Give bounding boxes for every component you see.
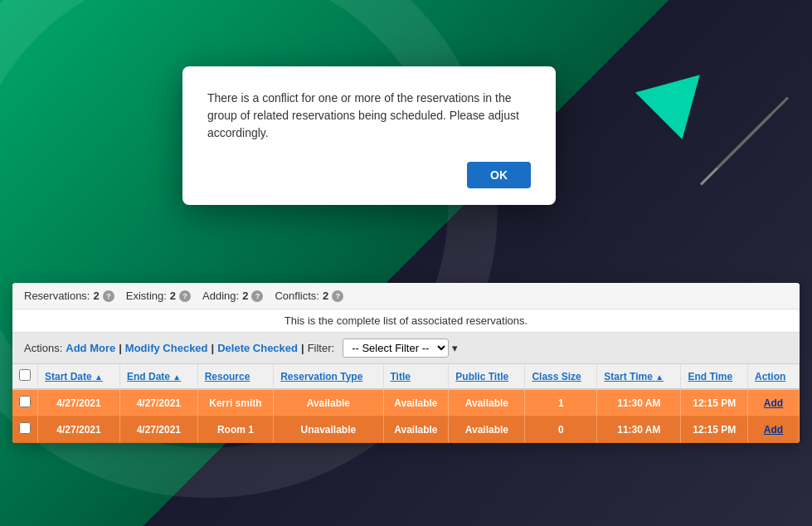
existing-label: Existing: bbox=[126, 290, 167, 302]
row-title: Available bbox=[383, 389, 449, 416]
row-start-time: 11:30 AM bbox=[597, 416, 681, 443]
start-time-sort-icon: ▲ bbox=[655, 373, 664, 382]
col-start-date[interactable]: Start Date ▲ bbox=[38, 364, 120, 389]
reservations-table: Start Date ▲ End Date ▲ Resource Reserva… bbox=[12, 364, 800, 443]
separator-1: | bbox=[119, 342, 122, 354]
row-class-size: 1 bbox=[525, 389, 597, 416]
col-checkbox bbox=[12, 364, 38, 389]
row-action-link[interactable]: Add bbox=[748, 416, 800, 443]
row-end-date: 4/27/2021 bbox=[120, 389, 198, 416]
row-title: Available bbox=[383, 416, 449, 443]
row-action-link[interactable]: Add bbox=[748, 389, 800, 416]
alert-message: There is a conflict for one or more of t… bbox=[207, 90, 531, 142]
main-panel: Reservations: 2 ? Existing: 2 ? Adding: … bbox=[12, 283, 800, 443]
filter-label: Filter: bbox=[308, 342, 335, 354]
reservations-label: Reservations: bbox=[24, 290, 90, 302]
select-all-checkbox[interactable] bbox=[19, 369, 31, 381]
row-resource: Room 1 bbox=[197, 416, 274, 443]
row-end-time: 12:15 PM bbox=[681, 389, 748, 416]
alert-dialog: There is a conflict for one or more of t… bbox=[182, 66, 556, 205]
conflicts-help-icon[interactable]: ? bbox=[332, 290, 343, 302]
row-start-date: 4/27/2021 bbox=[38, 389, 120, 416]
reservations-value: 2 bbox=[93, 290, 99, 302]
table-header-row: Start Date ▲ End Date ▲ Resource Reserva… bbox=[12, 364, 800, 389]
conflicts-label: Conflicts: bbox=[275, 290, 318, 302]
col-action[interactable]: Action bbox=[748, 364, 800, 389]
col-end-time[interactable]: End Time bbox=[681, 364, 748, 389]
alert-footer: OK bbox=[207, 162, 531, 188]
existing-help-icon[interactable]: ? bbox=[179, 290, 191, 302]
end-date-sort-icon: ▲ bbox=[173, 373, 181, 382]
actions-bar: Actions: Add More | Modify Checked | Del… bbox=[12, 333, 800, 364]
row-resource: Kerri smith bbox=[197, 389, 274, 416]
row-checkbox-0[interactable] bbox=[19, 396, 31, 407]
bg-arrow-gray2 bbox=[717, 97, 789, 169]
modify-checked-link[interactable]: Modify Checked bbox=[125, 342, 208, 354]
row-checkbox-cell[interactable] bbox=[12, 416, 38, 443]
row-end-time: 12:15 PM bbox=[681, 416, 748, 443]
adding-value: 2 bbox=[242, 290, 248, 302]
conflicts-stat: Conflicts: 2 ? bbox=[275, 290, 343, 302]
row-public-title: Available bbox=[449, 416, 525, 443]
separator-2: | bbox=[212, 342, 215, 354]
complete-list-message: This is the complete list of associated … bbox=[12, 309, 800, 333]
ok-button[interactable]: OK bbox=[467, 162, 531, 188]
row-public-title: Available bbox=[449, 389, 525, 416]
col-reservation-type[interactable]: Reservation Type bbox=[274, 364, 383, 389]
bg-arrow-teal bbox=[635, 51, 723, 139]
adding-label: Adding: bbox=[202, 290, 239, 302]
col-start-time[interactable]: Start Time ▲ bbox=[597, 364, 681, 389]
col-resource[interactable]: Resource bbox=[197, 364, 274, 389]
row-checkbox-1[interactable] bbox=[19, 422, 31, 434]
reservations-stat: Reservations: 2 ? bbox=[24, 290, 114, 302]
filter-select[interactable]: -- Select Filter -- bbox=[343, 338, 449, 358]
row-reservation-type: Available bbox=[274, 389, 383, 416]
existing-value: 2 bbox=[170, 290, 176, 302]
row-end-date: 4/27/2021 bbox=[120, 416, 198, 443]
adding-help-icon[interactable]: ? bbox=[251, 290, 263, 302]
row-start-date: 4/27/2021 bbox=[38, 416, 120, 443]
col-end-date[interactable]: End Date ▲ bbox=[120, 364, 198, 389]
col-public-title[interactable]: Public Title bbox=[449, 364, 525, 389]
actions-label: Actions: bbox=[24, 342, 62, 354]
table-row: 4/27/2021 4/27/2021 Kerri smith Availabl… bbox=[12, 389, 800, 416]
row-start-time: 11:30 AM bbox=[597, 389, 681, 416]
dropdown-icon: ▾ bbox=[452, 342, 458, 354]
stats-bar: Reservations: 2 ? Existing: 2 ? Adding: … bbox=[12, 283, 800, 309]
col-title[interactable]: Title bbox=[383, 364, 449, 389]
existing-stat: Existing: 2 ? bbox=[126, 290, 191, 302]
adding-stat: Adding: 2 ? bbox=[202, 290, 263, 302]
row-class-size: 0 bbox=[525, 416, 597, 443]
conflicts-value: 2 bbox=[323, 290, 328, 302]
delete-checked-link[interactable]: Delete Checked bbox=[217, 342, 298, 354]
row-reservation-type: Unavailable bbox=[274, 416, 383, 443]
table-row: 4/27/2021 4/27/2021 Room 1 Unavailable A… bbox=[12, 416, 800, 443]
reservations-help-icon[interactable]: ? bbox=[103, 290, 114, 302]
separator-3: | bbox=[301, 342, 304, 354]
col-class-size[interactable]: Class Size bbox=[525, 364, 597, 389]
row-checkbox-cell[interactable] bbox=[12, 389, 38, 416]
add-more-link[interactable]: Add More bbox=[66, 342, 115, 354]
start-date-sort-icon: ▲ bbox=[95, 373, 103, 382]
